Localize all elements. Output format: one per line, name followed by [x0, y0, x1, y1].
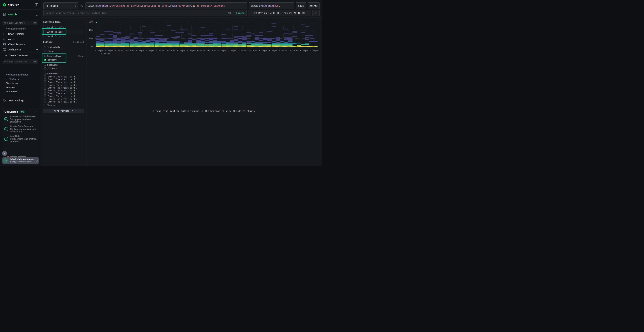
sidebar-item-team-settings[interactable]: Team Settings — [3, 99, 24, 102]
sql-token: SpanName — [214, 4, 225, 7]
facet-option[interactable]: Error: The credit card … — [44, 90, 84, 92]
alerts-button[interactable]: Alerts — [308, 2, 320, 9]
facet-option[interactable]: Error: The credit card … — [44, 78, 84, 81]
source-settings-button[interactable] — [80, 2, 84, 9]
facet-header-spanname: SpanName — [44, 72, 84, 75]
sql-select-editor[interactable]: SELECT Timestamp, ServiceName as service… — [86, 2, 247, 9]
facet-option[interactable]: Error: The credit card … — [44, 76, 84, 78]
source-select[interactable]: Traces — [44, 2, 78, 9]
sql-token: / — [190, 4, 191, 7]
get-started-step[interactable]: Add DataStart sending logs, metrics, or … — [4, 135, 38, 143]
create-dashboard-button[interactable]: + Create Dashboard — [5, 54, 28, 57]
get-started-step[interactable]: Create Data SourcesConfigure where your … — [4, 125, 38, 133]
search-icon[interactable] — [44, 55, 46, 57]
hyperdx-app: HyperDX Search ⌘K No saved searches Char… — [0, 0, 322, 166]
facet-header-spankind: SpanKind — [44, 63, 84, 66]
search-icon[interactable] — [44, 72, 46, 75]
search-icon[interactable] — [44, 46, 46, 48]
get-started-step-desc: Set up your database connection — [10, 118, 38, 124]
facet-option[interactable]: Error — [44, 50, 84, 52]
facet-name: SpanKind — [47, 64, 58, 66]
checkbox-checked-icon[interactable] — [44, 59, 46, 61]
saved-searches-input[interactable]: ⌘K — [2, 21, 38, 25]
checkbox-icon[interactable] — [44, 76, 46, 78]
facet-option-label: Error: The credit card … — [48, 84, 77, 86]
sql-orderby-editor[interactable]: ORDER BY Timestamp DESC — [249, 2, 294, 9]
facet-option-label: Error: The credit card … — [48, 81, 77, 84]
sidebar-item-alerts[interactable]: Alerts — [0, 36, 41, 42]
facet-option-label: Error — [48, 50, 54, 52]
chevron-up-icon[interactable] — [35, 111, 37, 112]
chevron-up-icon — [36, 49, 38, 50]
facet-option[interactable]: Error: The credit card … — [44, 95, 84, 98]
y-tick-label: 600 — [86, 20, 93, 23]
facet-option[interactable]: Internal — [44, 67, 84, 70]
date-range-picker[interactable]: May 26 15:40:00 - May 26 21:10:00 — [248, 10, 311, 16]
saved-searches-field[interactable] — [7, 22, 32, 24]
checkbox-icon[interactable] — [44, 95, 46, 97]
event-search-input[interactable] — [44, 10, 246, 16]
facet-statuscode: StatusCodeError — [44, 46, 84, 52]
facet-clear-link[interactable]: Clear — [78, 55, 84, 58]
analysis-mode-event-deltas[interactable]: Event Deltas — [43, 30, 84, 34]
clear-all-filters-link[interactable]: Clear all — [73, 41, 84, 43]
facet-option[interactable]: payment — [44, 58, 84, 61]
facet-name: SpanName — [47, 72, 58, 75]
chevron-up-icon[interactable] — [36, 14, 38, 17]
facet-option[interactable]: Error: The credit card … — [44, 81, 84, 84]
toggle-lucene[interactable]: Lucene — [236, 12, 244, 14]
select-chevrons-icon — [74, 4, 76, 7]
preset-item-kubernetes[interactable]: Kubernetes — [6, 90, 18, 93]
save-button[interactable]: Save — [296, 2, 306, 9]
facet-option[interactable]: Error: The credit card … — [44, 92, 84, 95]
party-emoji: 🎉 — [6, 156, 9, 157]
facet-option[interactable]: Error: The credit card … — [44, 84, 84, 86]
avatar: D — [3, 158, 8, 163]
checkbox-icon[interactable] — [44, 98, 46, 100]
sidebar-item-client-sessions[interactable]: Client Sessions — [0, 42, 41, 47]
checkbox-icon[interactable] — [44, 101, 46, 103]
show-more-link[interactable]: Show more — [44, 104, 84, 106]
gear-icon — [80, 4, 83, 7]
check-circle-icon — [4, 117, 8, 121]
checkbox-icon[interactable] — [44, 50, 46, 52]
presets-toggle[interactable]: PRESETS — [5, 78, 19, 80]
toggle-sql[interactable]: SQL — [228, 12, 232, 14]
sql-token: Duration — [178, 4, 190, 7]
sql-token: DESC — [274, 4, 280, 7]
saved-dashboards-input[interactable]: ⌘K — [2, 60, 38, 64]
preset-item-clickhouse[interactable]: ClickHouse — [6, 82, 18, 84]
get-started-step-texts: Add DataStart sending logs, metrics, or … — [10, 135, 38, 143]
facet-option[interactable]: Error: The credit card … — [44, 98, 84, 100]
facet-option[interactable]: Error: The credit card … — [44, 86, 84, 89]
x-tick-label: 9:00pm — [308, 49, 320, 52]
analysis-mode-results-table[interactable]: Results Table — [43, 25, 84, 30]
run-query-button[interactable] — [312, 10, 320, 16]
sidebar-item-dashboards[interactable]: Dashboards — [0, 47, 41, 52]
saved-dashboards-field[interactable] — [7, 60, 32, 63]
checkbox-icon[interactable] — [44, 87, 46, 89]
sidebar-item-chart-explorer[interactable]: Chart Explorer — [0, 31, 41, 36]
facet-option[interactable]: Error: The credit card … — [44, 100, 84, 103]
y-tick-label: 400 — [86, 29, 93, 32]
checkbox-icon[interactable] — [44, 68, 46, 70]
sidebar-item-search[interactable]: Search — [0, 10, 41, 19]
search-icon[interactable] — [44, 64, 46, 66]
help-button[interactable]: ? — [2, 151, 7, 156]
user-profile-button[interactable]: D dale@clickhouse.com dale@clickhouse.co… — [2, 157, 39, 164]
sql-token: round — [170, 4, 177, 7]
checkbox-icon[interactable] — [44, 78, 46, 81]
checkbox-icon[interactable] — [44, 84, 46, 86]
sidebar-collapse-icon[interactable] — [35, 3, 38, 7]
sidebar-nav: Chart ExplorerAlertsClient SessionsDashb… — [0, 31, 41, 52]
get-started-step[interactable]: Connect to ClickHouseSet up your databas… — [4, 115, 38, 123]
duration-heatmap[interactable] — [95, 22, 318, 47]
checkbox-icon[interactable] — [44, 81, 46, 83]
checkbox-icon[interactable] — [44, 92, 46, 95]
more-filters-button[interactable]: More filters — [43, 108, 84, 113]
preset-item-services[interactable]: Services — [6, 86, 15, 89]
analysis-mode-event-patterns[interactable]: Event Patterns — [43, 34, 84, 38]
source-select-value: Traces — [50, 4, 58, 7]
checkbox-icon[interactable] — [44, 90, 46, 92]
get-started-step-title: Add Data — [10, 135, 38, 138]
